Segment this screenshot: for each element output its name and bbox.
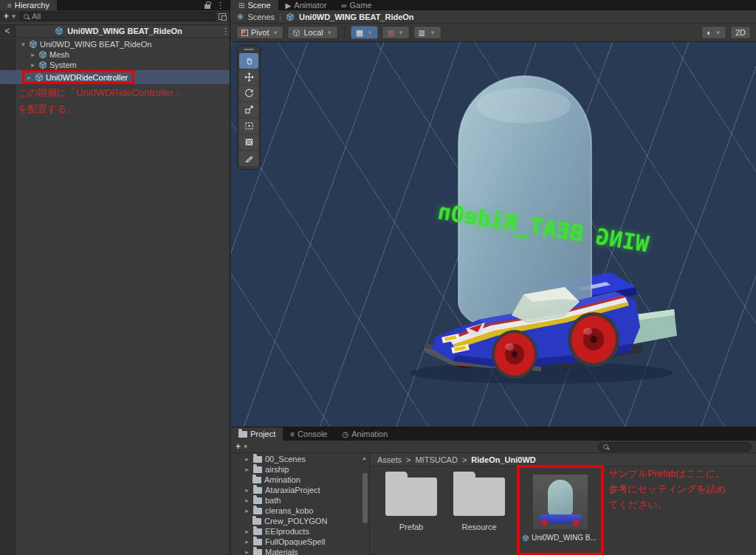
asset-label: Prefab	[379, 523, 443, 531]
asset-label: Resource	[447, 523, 511, 531]
local-dropdown[interactable]: Local ▾	[287, 26, 337, 39]
console-tab-label: Console	[298, 430, 327, 438]
hierarchy-kebab-icon[interactable]: ⋮	[216, 1, 224, 10]
folder-row[interactable]: Amination	[231, 475, 369, 485]
folder-row[interactable]: Crew_POLYGON	[231, 516, 369, 526]
scene-grid-icon: ⊞	[238, 1, 244, 10]
scene-tab-label: Scene	[247, 1, 270, 10]
pipe-separator: |	[279, 13, 281, 21]
hand-tool-button[interactable]	[239, 53, 258, 69]
transform-tool-button[interactable]	[239, 134, 258, 150]
thumbnail-capsule	[548, 480, 573, 518]
project-tabstrip: Project ≡ Console ◷ Animation	[231, 427, 756, 441]
scene-tabstrip: ⊞ Scene ▶ Animator ∞ Game	[231, 0, 756, 10]
increment-snap-toggle[interactable]: ▦ ▾	[382, 26, 409, 39]
folder-row[interactable]: ▸EEIproducts	[231, 526, 369, 537]
folder-icon	[253, 466, 262, 473]
caret-down-icon: ▾	[398, 29, 405, 36]
rect-tool-button[interactable]	[239, 118, 258, 134]
project-toolbar: + ▾	[231, 441, 756, 453]
hierarchy-annotation: この階層に「Uni0WDRideController」 を配置する。	[18, 85, 182, 117]
folder-row[interactable]: ▸FullOpaqueSpell	[231, 537, 369, 547]
folder-row[interactable]: ▸clerans_kobo	[231, 506, 369, 516]
tab-animator[interactable]: ▶ Animator	[278, 0, 334, 10]
gameobject-cube-icon	[38, 50, 47, 59]
toolbar-divider	[344, 27, 345, 38]
2d-label: 2D	[735, 28, 746, 37]
prefab-back-button[interactable]: <	[0, 25, 16, 37]
tree-row-label: Uni0WDRideController	[46, 73, 128, 82]
folder-row[interactable]: ▸airship	[231, 464, 369, 475]
prefab-header-kebab-icon[interactable]: ⋮	[221, 27, 230, 36]
folder-row[interactable]: ▸Materials	[231, 547, 369, 555]
hierarchy-search-input[interactable]: All	[20, 12, 216, 21]
pivot-icon	[241, 30, 248, 36]
folder-icon	[252, 477, 261, 483]
tab-project[interactable]: Project	[231, 427, 283, 441]
breadcrumb-assets[interactable]: Assets	[377, 455, 402, 464]
animator-tab-label: Animator	[294, 1, 326, 10]
custom-tool-button[interactable]	[239, 151, 258, 166]
snap-settings-dropdown[interactable]: ▥ ▾	[413, 26, 441, 39]
caret-right-icon: ▸	[30, 51, 36, 58]
project-panel: Project ≡ Console ◷ Animation + ▾ ▸00_Sc…	[231, 427, 756, 555]
folder-icon	[253, 549, 262, 555]
gamepad-icon: ∞	[341, 1, 346, 10]
tab-animation[interactable]: ◷ Animation	[334, 427, 395, 441]
prefab-header-label: Uni0WD_WING BEAT_RideOn	[67, 27, 182, 35]
asset-tile-sample-prefab[interactable]: Uni0WD_WING B...	[517, 465, 604, 555]
lock-icon[interactable]	[205, 4, 210, 9]
tree-scrollbar-thumb[interactable]	[362, 473, 368, 523]
hierarchy-search-value: All	[32, 12, 41, 21]
shading-mode-dropdown[interactable]: ◐ ▾	[701, 26, 726, 39]
caret-right-icon: ▸	[30, 61, 36, 69]
caret-right-icon: ▸	[244, 538, 250, 545]
rotate-tool-button[interactable]	[239, 86, 258, 101]
big-folder-icon	[453, 478, 505, 516]
caret-down-icon: ▾	[430, 29, 436, 36]
scrollbar-up-icon[interactable]: ▲	[362, 455, 367, 461]
scene-picker-icon[interactable]	[219, 13, 226, 20]
project-create-button[interactable]: + ▾	[236, 441, 249, 452]
scale-tool-button[interactable]	[239, 102, 258, 117]
scenes-breadcrumb-label[interactable]: Scenes	[247, 13, 275, 21]
caret-down-icon: ▾	[326, 29, 333, 36]
2d-toggle-button[interactable]: 2D	[730, 26, 751, 39]
grid-snap-toggle[interactable]: ▦ ▾	[351, 26, 378, 39]
project-folder-icon	[238, 431, 247, 438]
tab-hierarchy[interactable]: ≡ Hierarchy	[0, 0, 57, 10]
scene-viewport[interactable]: WING BEAT_RideOn	[231, 42, 756, 427]
tree-row-root[interactable]: ▾ Uni0WD_WING BEAT_RideOn	[0, 39, 230, 49]
folder-row[interactable]: ▸bath	[231, 495, 369, 506]
tab-console[interactable]: ≡ Console	[283, 427, 334, 441]
folder-row[interactable]: ▸AtaraxiaProject	[231, 485, 369, 495]
prefab-cube-icon	[286, 13, 295, 21]
tree-row-ridecontroller-selected[interactable]: ▸ Uni0WDRideController	[0, 70, 230, 84]
folder-icon	[253, 487, 262, 494]
caret-right-icon: ▸	[244, 466, 250, 473]
folder-row[interactable]: ▸00_Scenes	[231, 454, 369, 464]
breadcrumb-mitsucad[interactable]: MITSUCAD	[415, 455, 457, 464]
hierarchy-create-button[interactable]: + ▾	[4, 11, 17, 21]
pivot-dropdown[interactable]: Pivot ▾	[236, 26, 284, 39]
tab-scene[interactable]: ⊞ Scene	[231, 0, 278, 10]
animation-clock-icon: ◷	[342, 430, 348, 438]
tree-row-system[interactable]: ▸ System	[0, 60, 230, 70]
tab-game[interactable]: ∞ Game	[334, 0, 379, 10]
asset-tile-resource-folder[interactable]: Resource	[447, 469, 511, 531]
move-tool-button[interactable]	[239, 69, 258, 85]
palette-drag-handle[interactable]	[244, 49, 254, 50]
game-tab-label: Game	[349, 1, 371, 10]
asset-tile-prefab-folder[interactable]: Prefab	[379, 469, 443, 531]
project-search-input[interactable]	[598, 442, 752, 452]
gameobject-cube-icon	[35, 73, 44, 82]
tree-row-label: System	[49, 61, 77, 69]
tree-row-mesh[interactable]: ▸ Mesh	[0, 49, 230, 60]
caret-down-icon: ▾	[242, 443, 249, 450]
scene-panel: ⊞ Scene ▶ Animator ∞ Game ⊕ Scenes | Uni…	[231, 0, 756, 427]
increment-snap-icon: ▦	[387, 28, 394, 38]
breadcrumb-separator: >	[462, 455, 467, 464]
tree-row-label: Uni0WD_WING BEAT_RideOn	[40, 40, 151, 49]
project-tab-label: Project	[250, 430, 275, 438]
breadcrumb-rideon[interactable]: RideOn_Uni0WD	[471, 455, 535, 464]
